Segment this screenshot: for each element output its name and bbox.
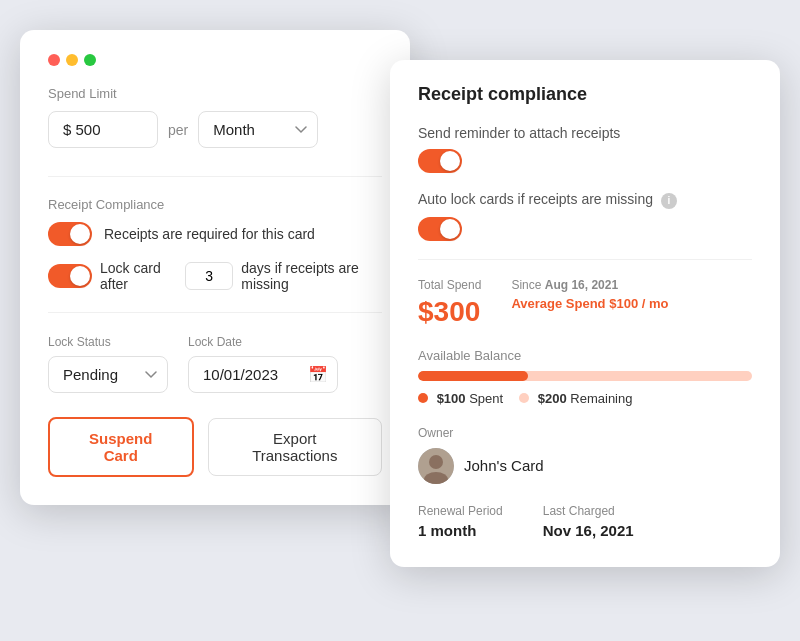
last-charged-block: Last Charged Nov 16, 2021 [543,504,634,539]
owner-section: Owner John's Card [418,426,752,484]
divider-2 [48,312,382,313]
since-block: Since Aug 16, 2021 Average Spend $100 / … [511,278,668,328]
spent-legend: $100 Spent [418,391,503,406]
stats-section: Total Spend $300 Since Aug 16, 2021 Aver… [418,278,752,328]
renewal-period-value: 1 month [418,522,503,539]
period-select[interactable]: Month Week Day Year [198,111,318,148]
spend-limit-label: Spend Limit [48,86,382,101]
lock-status-field: Lock Status Pending Active Locked [48,335,168,393]
lock-card-label: Lock card after [100,260,177,292]
total-spend-label: Total Spend [418,278,481,292]
remaining-dot [519,393,529,403]
send-reminder-row: Send reminder to attach receipts [418,125,752,173]
balance-legend: $100 Spent $200 Remaining [418,391,752,406]
right-card: Receipt compliance Send reminder to atta… [390,60,780,567]
spend-limit-input[interactable] [48,111,158,148]
window-controls [48,54,382,66]
receipts-required-text: Receipts are required for this card [104,226,315,242]
avatar [418,448,454,484]
actions-row: Suspend Card Export Transactions [48,417,382,477]
renewal-period-label: Renewal Period [418,504,503,518]
last-charged-value: Nov 16, 2021 [543,522,634,539]
auto-lock-toggle[interactable] [418,217,462,241]
avg-spend-value: $100 / mo [609,296,668,311]
send-reminder-label: Send reminder to attach receipts [418,125,752,141]
spend-limit-row: per Month Week Day Year [48,111,382,148]
lock-card-suffix: days if receipts are missing [241,260,382,292]
receipts-required-toggle[interactable] [48,222,92,246]
progress-bar-fill [418,371,528,381]
lock-card-toggle[interactable] [48,264,92,288]
remaining-legend: $200 Remaining [519,391,632,406]
since-text: Since Aug 16, 2021 [511,278,668,292]
receipt-compliance-label: Receipt Compliance [48,197,382,212]
spent-dot [418,393,428,403]
calendar-icon: 📅 [308,365,328,384]
suspend-card-button[interactable]: Suspend Card [48,417,194,477]
receipts-required-row: Receipts are required for this card [48,222,382,246]
renewal-period-block: Renewal Period 1 month [418,504,503,539]
renewal-section: Renewal Period 1 month Last Charged Nov … [418,504,752,539]
available-balance-label: Available Balance [418,348,752,363]
close-dot[interactable] [48,54,60,66]
total-spend-block: Total Spend $300 [418,278,481,328]
lock-status-section: Lock Status Pending Active Locked Lock D… [48,335,382,393]
auto-lock-row: Auto lock cards if receipts are missing … [418,191,752,241]
auto-lock-label: Auto lock cards if receipts are missing … [418,191,752,209]
left-card: Spend Limit per Month Week Day Year Rece… [20,30,410,505]
avg-spend-text: Average Spend $100 / mo [511,296,668,311]
divider-1 [48,176,382,177]
svg-point-1 [429,455,443,469]
maximize-dot[interactable] [84,54,96,66]
last-charged-label: Last Charged [543,504,634,518]
lock-date-wrap: 📅 [188,356,338,393]
popup-divider [418,259,752,260]
per-label: per [168,122,188,138]
lock-card-row: Lock card after days if receipts are mis… [48,260,382,292]
lock-date-field: Lock Date 📅 [188,335,338,393]
owner-row: John's Card [418,448,752,484]
send-reminder-toggle[interactable] [418,149,462,173]
balance-section: Available Balance $100 Spent $200 Remain… [418,348,752,406]
owner-name: John's Card [464,457,544,474]
lock-date-label: Lock Date [188,335,338,349]
lock-status-label: Lock Status [48,335,168,349]
minimize-dot[interactable] [66,54,78,66]
total-spend-value: $300 [418,296,481,328]
info-icon[interactable]: i [661,193,677,209]
lock-days-input[interactable] [185,262,233,290]
progress-bar-bg [418,371,752,381]
receipt-popup-title: Receipt compliance [418,84,752,105]
owner-label: Owner [418,426,752,440]
export-transactions-button[interactable]: Export Transactions [208,418,382,476]
receipt-compliance-section: Receipt Compliance Receipts are required… [48,197,382,292]
lock-status-select[interactable]: Pending Active Locked [48,356,168,393]
